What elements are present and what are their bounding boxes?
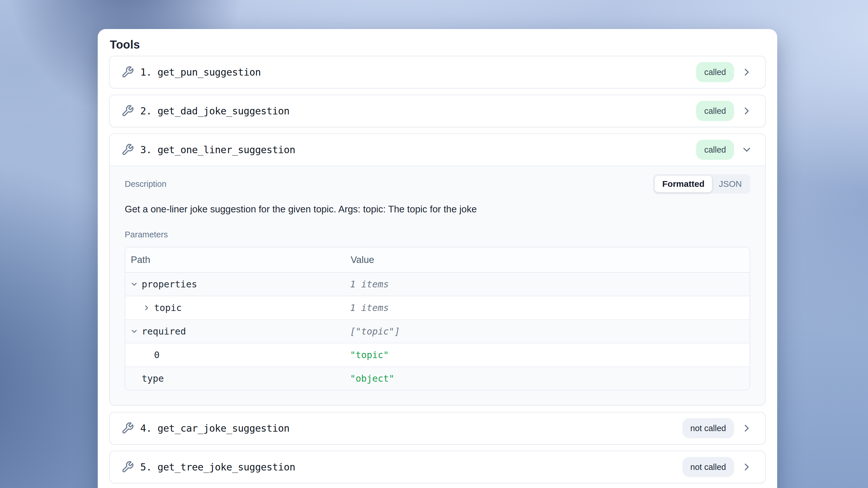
- table-row-required[interactable]: required ["topic"]: [125, 319, 750, 343]
- wrench-icon: [121, 104, 134, 117]
- tab-formatted[interactable]: Formatted: [655, 176, 712, 192]
- chevron-right-icon[interactable]: [741, 423, 752, 434]
- table-header: Path Value: [125, 247, 750, 273]
- tool-description: Get a one-liner joke suggestion for the …: [125, 203, 750, 216]
- tab-json[interactable]: JSON: [712, 176, 749, 192]
- wrench-icon: [121, 422, 134, 434]
- value-string: "topic": [345, 349, 750, 360]
- chevron-down-icon[interactable]: [741, 144, 752, 155]
- parameters-label: Parameters: [125, 230, 750, 239]
- chevron-right-icon[interactable]: [741, 461, 752, 473]
- status-badge: not called: [682, 418, 734, 438]
- value-preview: ["topic"]: [345, 326, 750, 337]
- wrench-icon: [121, 144, 134, 156]
- path-key: properties: [142, 279, 197, 290]
- tool-row-get-one-liner-suggestion[interactable]: 3. get_one_liner_suggestion called: [110, 134, 765, 166]
- tool-name: 1. get_pun_suggestion: [140, 66, 261, 78]
- view-toggle: Formatted JSON: [653, 174, 750, 194]
- path-key: type: [142, 373, 164, 384]
- tool-row-get-tree-joke-suggestion[interactable]: 5. get_tree_joke_suggestion not called: [109, 451, 766, 483]
- table-row-properties[interactable]: properties 1 items: [125, 273, 750, 296]
- table-row-type: type "object": [125, 366, 750, 390]
- path-key: topic: [154, 302, 182, 313]
- path-key: required: [142, 326, 186, 337]
- tool-row-get-car-joke-suggestion[interactable]: 4. get_car_joke_suggestion not called: [109, 412, 766, 445]
- chevron-down-icon[interactable]: [130, 327, 138, 335]
- description-label: Description: [125, 179, 166, 189]
- column-header-path: Path: [125, 254, 345, 265]
- tool-name: 2. get_dad_joke_suggestion: [140, 105, 289, 117]
- status-badge: called: [696, 62, 734, 82]
- chevron-right-icon[interactable]: [741, 105, 752, 117]
- tool-row-get-dad-joke-suggestion[interactable]: 2. get_dad_joke_suggestion called: [109, 95, 766, 127]
- status-badge: called: [696, 140, 734, 160]
- column-header-value: Value: [345, 254, 750, 265]
- tools-panel: Tools 1. get_pun_suggestion called 2. ge…: [98, 29, 777, 488]
- chevron-right-icon[interactable]: [143, 304, 151, 312]
- tool-row-get-one-liner-suggestion-expanded: 3. get_one_liner_suggestion called Descr…: [109, 133, 766, 405]
- tool-name: 3. get_one_liner_suggestion: [140, 144, 295, 155]
- value-string: "object": [345, 373, 750, 384]
- tool-name: 5. get_tree_joke_suggestion: [140, 461, 295, 473]
- background: Tools 1. get_pun_suggestion called 2. ge…: [0, 0, 868, 488]
- parameters-table: Path Value properties 1 items: [125, 247, 750, 391]
- tool-name: 4. get_car_joke_suggestion: [140, 423, 289, 434]
- value-preview: 1 items: [345, 302, 750, 313]
- chevron-down-icon[interactable]: [130, 280, 138, 288]
- value-preview: 1 items: [345, 279, 750, 290]
- chevron-right-icon[interactable]: [741, 66, 752, 78]
- table-row-topic[interactable]: topic 1 items: [125, 296, 750, 319]
- path-key: 0: [154, 349, 159, 360]
- wrench-icon: [121, 461, 134, 474]
- page-title: Tools: [110, 38, 766, 52]
- wrench-icon: [121, 66, 134, 79]
- tool-detail: Description Formatted JSON Get a one-lin…: [110, 166, 765, 405]
- status-badge: not called: [682, 457, 734, 477]
- table-row-required-0: 0 "topic": [125, 343, 750, 366]
- status-badge: called: [696, 101, 734, 121]
- tool-row-get-pun-suggestion[interactable]: 1. get_pun_suggestion called: [109, 56, 766, 89]
